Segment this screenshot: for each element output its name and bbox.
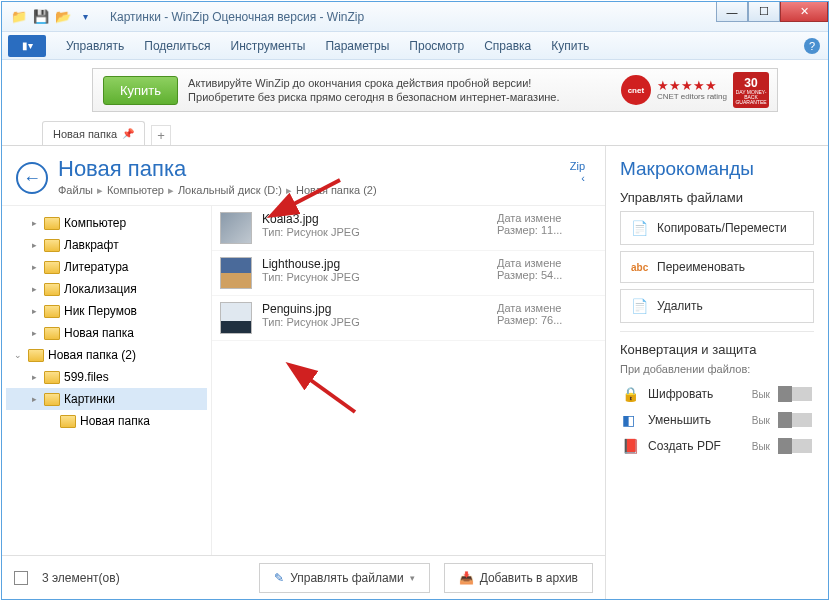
action-icon: abc: [631, 262, 649, 273]
file-meta: Дата изменеРазмер: 11...: [497, 212, 597, 244]
cnet-label: CNET editors rating: [657, 92, 727, 101]
crumb-files[interactable]: Файлы: [58, 184, 93, 197]
tree-item[interactable]: ▸Локализация: [6, 278, 207, 300]
chevron-icon[interactable]: ▸: [28, 306, 40, 316]
menu-manage[interactable]: Управлять: [56, 32, 134, 60]
file-row[interactable]: Koala3.jpg Тип: Рисунок JPEG Дата измене…: [212, 206, 605, 251]
tree-label: Новая папка: [64, 326, 134, 340]
right-pane: Макрокоманды Управлять файлами 📄Копирова…: [606, 146, 828, 599]
breadcrumb: Файлы▸ Компьютер▸ Локальный диск (D:)▸ Н…: [58, 184, 560, 197]
toggle-state: Вык: [752, 415, 770, 426]
content-area: ▸Компьютер▸Лавкрафт▸Литература▸Локализац…: [2, 205, 605, 555]
help-icon[interactable]: ?: [804, 38, 820, 54]
cnet-rating: cnet ★★★★★ CNET editors rating 30 DAY MO…: [621, 72, 769, 108]
toggle-row: 📕 Создать PDF Вык: [620, 433, 814, 459]
toggle-switch[interactable]: [778, 439, 812, 453]
toggle-icon: 📕: [622, 438, 640, 454]
file-name: Koala3.jpg: [262, 212, 487, 226]
menu-help[interactable]: Справка: [474, 32, 541, 60]
tab-add-button[interactable]: +: [151, 125, 171, 145]
crumb-disk[interactable]: Локальный диск (D:): [178, 184, 282, 197]
tab-folder[interactable]: Новая папка 📌: [42, 121, 145, 145]
tree-label: 599.files: [64, 370, 109, 384]
tree-item[interactable]: ▸Ник Перумов: [6, 300, 207, 322]
add-to-archive-button[interactable]: 📥 Добавить в архив: [444, 563, 593, 593]
menu-view[interactable]: Просмотр: [399, 32, 474, 60]
tree-item[interactable]: ▸Компьютер: [6, 212, 207, 234]
toggle-switch[interactable]: [778, 387, 812, 401]
stars-icon: ★★★★★: [657, 79, 727, 92]
folder-icon: [44, 217, 60, 230]
folder-title: Новая папка: [58, 156, 560, 182]
tree-item[interactable]: Новая папка: [6, 410, 207, 432]
file-type: Тип: Рисунок JPEG: [262, 316, 487, 328]
action-button[interactable]: abcПереименовать: [620, 251, 814, 283]
toggle-icon: ◧: [622, 412, 640, 428]
dropdown-icon[interactable]: ▾: [76, 8, 94, 26]
tree-item[interactable]: ▸Картинки: [6, 388, 207, 410]
tree-item[interactable]: ▸599.files: [6, 366, 207, 388]
toggle-label: Уменьшить: [648, 413, 744, 427]
chevron-icon[interactable]: ▸: [28, 372, 40, 382]
menu-buy[interactable]: Купить: [541, 32, 599, 60]
crumb-computer[interactable]: Компьютер: [107, 184, 164, 197]
open-icon[interactable]: 📂: [54, 8, 72, 26]
close-button[interactable]: ✕: [780, 2, 828, 22]
file-list[interactable]: Koala3.jpg Тип: Рисунок JPEG Дата измене…: [212, 206, 605, 555]
file-name: Penguins.jpg: [262, 302, 487, 316]
save-icon[interactable]: 💾: [32, 8, 50, 26]
tree-label: Компьютер: [64, 216, 126, 230]
select-all-checkbox[interactable]: [14, 571, 28, 585]
menu-tools[interactable]: Инструменты: [221, 32, 316, 60]
toggle-state: Вык: [752, 441, 770, 452]
folder-icon: [44, 283, 60, 296]
tree-item[interactable]: ▸Новая папка: [6, 322, 207, 344]
action-button[interactable]: 📄Копировать/Перемести: [620, 211, 814, 245]
menu-share[interactable]: Поделиться: [134, 32, 220, 60]
crumb-folder[interactable]: Новая папка (2): [296, 184, 377, 197]
file-row[interactable]: Penguins.jpg Тип: Рисунок JPEG Дата изме…: [212, 296, 605, 341]
pencil-icon: ✎: [274, 571, 284, 585]
zip-toggle[interactable]: Zip‹: [570, 160, 585, 184]
folder-icon: [44, 327, 60, 340]
chevron-icon[interactable]: ▸: [28, 284, 40, 294]
menu-options[interactable]: Параметры: [315, 32, 399, 60]
toggle-icon: 🔒: [622, 386, 640, 402]
promo-banner-row: Купить Активируйте WinZip до окончания с…: [2, 60, 828, 120]
status-text: 3 элемент(ов): [42, 571, 120, 585]
minimize-button[interactable]: —: [716, 2, 748, 22]
chevron-icon[interactable]: ▸: [28, 218, 40, 228]
banner-line2: Приобретите без риска прямо сегодня в бе…: [188, 90, 621, 104]
folder-icon: [44, 239, 60, 252]
chevron-icon[interactable]: ▸: [28, 394, 40, 404]
chevron-icon[interactable]: ⌄: [12, 350, 24, 360]
section-sub: При добавлении файлов:: [620, 363, 814, 375]
file-type: Тип: Рисунок JPEG: [262, 226, 487, 238]
section-manage: Управлять файлами: [620, 190, 814, 205]
chevron-icon[interactable]: ▸: [28, 240, 40, 250]
folder-header: ← Новая папка Файлы▸ Компьютер▸ Локальны…: [2, 146, 605, 205]
chevron-down-icon: ▾: [410, 573, 415, 583]
guarantee-badge: 30 DAY MONEY-BACK GUARANTEE: [733, 72, 769, 108]
file-meta: Дата изменеРазмер: 54...: [497, 257, 597, 289]
app-icon: 📁: [10, 8, 28, 26]
tree-item[interactable]: ▸Литература: [6, 256, 207, 278]
chevron-icon[interactable]: ▸: [28, 328, 40, 338]
file-menu-button[interactable]: ▮▾: [8, 35, 46, 57]
file-row[interactable]: Lighthouse.jpg Тип: Рисунок JPEG Дата из…: [212, 251, 605, 296]
window-title: Картинки - WinZip Оценочная версия - Win…: [110, 10, 364, 24]
manage-files-button[interactable]: ✎ Управлять файлами ▾: [259, 563, 430, 593]
pin-icon[interactable]: 📌: [122, 128, 134, 139]
folder-icon: [44, 371, 60, 384]
toggle-switch[interactable]: [778, 413, 812, 427]
tree-item[interactable]: ▸Лавкрафт: [6, 234, 207, 256]
maximize-button[interactable]: ☐: [748, 2, 780, 22]
back-button[interactable]: ←: [16, 162, 48, 194]
thumbnail-icon: [220, 212, 252, 244]
tree-item[interactable]: ⌄Новая папка (2): [6, 344, 207, 366]
chevron-icon[interactable]: ▸: [28, 262, 40, 272]
folder-icon: [44, 393, 60, 406]
buy-button[interactable]: Купить: [103, 76, 178, 105]
folder-tree[interactable]: ▸Компьютер▸Лавкрафт▸Литература▸Локализац…: [2, 206, 212, 555]
action-button[interactable]: 📄Удалить: [620, 289, 814, 323]
